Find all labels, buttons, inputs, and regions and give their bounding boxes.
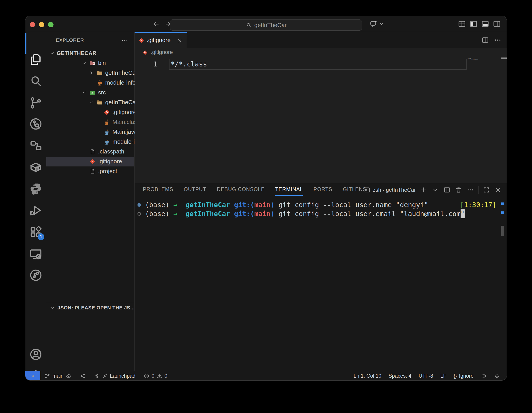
split-editor-icon[interactable] — [481, 36, 489, 44]
chevron-down-icon — [379, 21, 384, 27]
status-item-notifications[interactable] — [494, 373, 500, 379]
activity-item-explorer[interactable] — [29, 52, 43, 67]
tree-item[interactable]: Main.java — [46, 127, 134, 137]
trash-panel-icon[interactable] — [455, 186, 462, 194]
activity-item-java-projects[interactable] — [29, 138, 43, 153]
section-label: JSON: PLEASE OPEN THE JS... — [57, 305, 135, 311]
minimap[interactable]: */*.class — [467, 58, 478, 60]
activity-item-run-debug[interactable] — [29, 203, 43, 218]
terminal-icon — [364, 187, 370, 193]
more-editor-icon[interactable] — [494, 36, 502, 44]
activity-item-containers[interactable] — [29, 160, 43, 174]
maximize-panel-icon[interactable] — [483, 186, 490, 194]
tree-item[interactable]: Main.class — [46, 117, 134, 127]
activity-item-source-control[interactable] — [29, 96, 43, 110]
minimize-window-button[interactable] — [39, 22, 44, 27]
zoom-window-button[interactable] — [48, 22, 54, 27]
terminal[interactable]: (base) → getInTheCar git:(main) git conf… — [134, 197, 507, 371]
tree-item[interactable]: GETINTHECAR — [46, 48, 134, 58]
breadcrumb[interactable]: .gitignore — [134, 48, 507, 57]
error-icon — [143, 373, 150, 379]
status-item-indentation[interactable]: Spaces: 4 — [389, 373, 411, 379]
activity-item-search[interactable] — [29, 74, 43, 88]
terminal-session-label[interactable]: zsh - getInTheCar — [364, 187, 416, 193]
tree-item[interactable]: .classpath — [46, 147, 134, 156]
layout-grid-icon[interactable] — [457, 19, 466, 28]
chev-down-panel-icon[interactable] — [431, 186, 439, 194]
file-icon — [89, 148, 96, 155]
status-item-encoding[interactable]: UTF-8 — [418, 373, 433, 379]
tree-item[interactable]: module-info.java — [46, 137, 134, 147]
rocket-icon — [94, 373, 100, 379]
cloud-up-icon — [66, 373, 72, 379]
status-item-language-mode[interactable]: {}Ignore — [453, 373, 474, 379]
chevron-right-icon — [89, 70, 94, 76]
command-center-search[interactable]: getInTheCar — [170, 19, 362, 31]
tree-item-label: Main.java — [112, 128, 137, 135]
python-icon — [29, 182, 43, 196]
tree-item[interactable]: getInTheCar — [46, 68, 134, 78]
activity-item-gitlens[interactable] — [29, 117, 43, 131]
activity-item-live-share[interactable] — [29, 268, 43, 282]
remote-explorer-icon — [29, 247, 43, 261]
activity-item-python[interactable] — [29, 182, 43, 196]
panel-left-icon[interactable] — [469, 19, 478, 28]
search-icon — [245, 22, 252, 28]
split-panel-icon[interactable] — [443, 186, 451, 194]
status-item-git-branch[interactable]: main — [44, 373, 72, 379]
close-window-button[interactable] — [30, 22, 35, 27]
tree-item[interactable]: getInTheCar — [46, 98, 134, 107]
copilot-menu[interactable] — [370, 20, 384, 28]
tree-item[interactable]: src — [46, 88, 134, 98]
tree-item-label: bin — [98, 60, 106, 66]
activity-item-accounts[interactable] — [29, 347, 43, 362]
activity-item-extensions[interactable]: 1 — [29, 225, 43, 239]
tree-item[interactable]: .gitignore — [46, 107, 134, 117]
tab-gitignore[interactable]: .gitignore — [134, 32, 187, 48]
status-item-eol[interactable]: LF — [440, 373, 446, 379]
terminal-decoration-filled — [137, 203, 141, 207]
status-item-copilot-status[interactable] — [481, 373, 487, 379]
panel-tab-debug-console[interactable]: DEBUG CONSOLE — [217, 183, 265, 196]
explorer-more-actions-icon[interactable] — [121, 37, 128, 44]
status-item-cursor-position[interactable]: Ln 1, Col 10 — [353, 373, 381, 379]
titlebar: getInTheCar — [25, 16, 507, 32]
tab-label: .gitignore — [147, 37, 171, 44]
tree-item[interactable]: .project — [46, 166, 134, 176]
status-text: LF — [440, 373, 446, 379]
panel-tab-terminal[interactable]: TERMINAL — [275, 183, 303, 196]
status-item-launchpad[interactable]: Launchpad — [94, 373, 135, 379]
plus-panel-icon[interactable] — [420, 186, 428, 194]
panel-right-icon[interactable] — [492, 19, 501, 28]
close-tab-icon[interactable] — [177, 38, 183, 44]
git-icon — [104, 109, 110, 116]
tree-item[interactable]: .gitignore — [46, 156, 134, 166]
terminal-scroll-mark — [501, 226, 504, 236]
status-item-problems[interactable]: 00 — [143, 373, 168, 379]
terminal-scroll-mark — [501, 211, 504, 214]
panel-bottom-icon[interactable] — [481, 19, 490, 28]
search-value: getInTheCar — [254, 22, 287, 29]
line-number: 1 — [142, 59, 157, 70]
panel-tab-output[interactable]: OUTPUT — [184, 183, 206, 196]
status-item-commit-graph[interactable] — [80, 373, 86, 379]
graph-icon — [80, 373, 86, 379]
close-panel-icon[interactable] — [494, 186, 502, 194]
tree-item[interactable]: bin — [46, 58, 134, 68]
terminal-timestamp: [1:30:17] — [460, 201, 496, 209]
chevron-down-icon — [82, 60, 87, 66]
git-file-icon — [142, 50, 148, 55]
more-panel-icon[interactable] — [466, 186, 474, 194]
chevron-down-icon — [49, 51, 55, 56]
panel-tab-gitlens[interactable]: GITLENS — [343, 183, 366, 196]
editor-pane[interactable]: 1 */*.class */*.class — [134, 57, 507, 183]
remote-indicator[interactable] — [25, 371, 40, 380]
back-arrow-icon[interactable] — [152, 20, 160, 28]
sidebar-section-json-please-open-the-js-[interactable]: JSON: PLEASE OPEN THE JS... — [46, 303, 134, 312]
panel-tab-problems[interactable]: PROBLEMS — [143, 183, 173, 196]
tree-item[interactable]: module-info.class — [46, 78, 134, 88]
activity-item-remote-explorer[interactable] — [29, 247, 43, 261]
status-text: {} — [453, 373, 457, 379]
panel-tab-ports[interactable]: PORTS — [314, 183, 332, 196]
folder-open-icon — [96, 99, 103, 106]
